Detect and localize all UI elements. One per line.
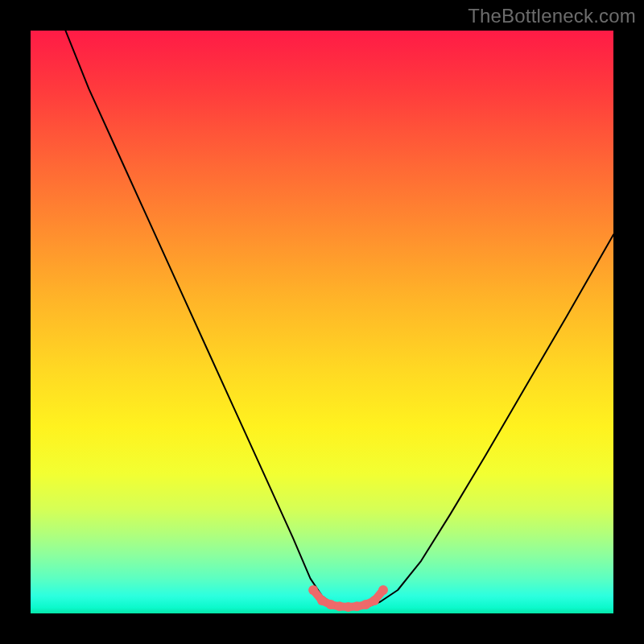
svg-point-4 [344, 602, 353, 612]
svg-point-1 [317, 596, 327, 605]
svg-point-7 [369, 596, 379, 605]
svg-point-0 [308, 585, 318, 595]
chart-plot-area [31, 31, 613, 613]
watermark-text: TheBottleneck.com [468, 5, 636, 27]
optimal-range-markers [308, 585, 388, 612]
chart-svg [31, 31, 613, 613]
bottleneck-curve [65, 31, 613, 608]
svg-point-2 [326, 600, 336, 609]
svg-point-5 [352, 601, 361, 611]
svg-point-6 [361, 600, 370, 609]
chart-frame: TheBottleneck.com [0, 0, 644, 644]
svg-point-8 [378, 585, 388, 595]
svg-point-3 [335, 601, 345, 611]
